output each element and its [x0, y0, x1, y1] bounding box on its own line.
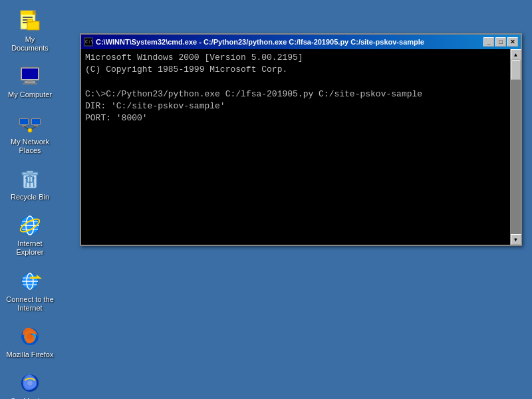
ie-svg [18, 213, 42, 237]
my-computer-svg [18, 65, 42, 88]
my-network-svg [18, 112, 42, 136]
svg-rect-20 [32, 119, 40, 124]
desktop-icons: My Documents My Computer [0, 0, 60, 399]
my-computer-label: My Computer [8, 90, 52, 99]
cmd-small-icon: C:\ [84, 37, 93, 47]
mozilla-firefox-label: Mozilla Firefox [7, 350, 54, 359]
recycle-bin-label: Recycle Bin [11, 193, 49, 201]
my-network-places-icon[interactable]: My Network Places [3, 109, 57, 158]
svg-rect-8 [27, 21, 39, 30]
scrollbar-up-button[interactable]: ▲ [511, 49, 521, 60]
svg-marker-43 [37, 275, 42, 279]
firefox-svg [18, 325, 42, 348]
internet-explorer-icon[interactable]: Internet Explorer [3, 211, 57, 259]
recycle-bin-icon[interactable]: Recycle Bin [3, 164, 57, 204]
my-computer-icon[interactable]: My Computer [3, 62, 57, 102]
svg-rect-17 [22, 125, 26, 126]
maximize-button[interactable]: □ [495, 37, 506, 47]
scrollbar-down-button[interactable]: ▼ [511, 234, 521, 245]
svg-rect-5 [23, 17, 33, 18]
cmd-window: C:\ C:\WINNT\System32\cmd.exe - C:/Pytho… [80, 33, 522, 246]
cmd-title-buttons: _ □ ✕ [483, 37, 518, 47]
my-documents-icon[interactable]: My Documents [3, 7, 57, 55]
svg-rect-16 [20, 119, 28, 124]
svg-rect-11 [22, 68, 38, 79]
cmd-body: Microsoft Windows 2000 [Version 5.00.219… [81, 49, 521, 245]
recycle-bin-svg [18, 167, 42, 191]
cmd-title-left: C:\ C:\WINNT\System32\cmd.exe - C:/Pytho… [84, 37, 424, 47]
svg-rect-21 [34, 125, 38, 126]
my-documents-svg [18, 9, 42, 33]
minimize-button[interactable]: _ [483, 37, 494, 47]
connect-to-internet-icon[interactable]: Connect to the Internet [3, 267, 57, 315]
cmd-scrollbar[interactable]: ▲ ▼ [510, 49, 521, 245]
seamonkey-svg [18, 371, 42, 395]
my-documents-label: My Documents [6, 35, 54, 53]
scrollbar-thumb[interactable] [511, 60, 521, 80]
my-network-places-label: My Network Places [6, 138, 54, 155]
connect-svg [18, 269, 42, 293]
internet-explorer-label: Internet Explorer [6, 239, 54, 257]
svg-point-51 [27, 380, 33, 386]
svg-rect-13 [23, 83, 37, 84]
cmd-title-text: C:\WINNT\System32\cmd.exe - C:/Python23/… [96, 38, 424, 46]
close-button[interactable]: ✕ [507, 37, 518, 47]
seamonkey-icon[interactable]: SeaMonkey [3, 368, 57, 399]
svg-text:C:\: C:\ [85, 39, 93, 45]
svg-rect-9 [27, 19, 33, 22]
svg-rect-4 [33, 11, 35, 15]
svg-rect-14 [27, 80, 33, 82]
svg-rect-28 [27, 171, 33, 173]
cmd-titlebar[interactable]: C:\ C:\WINNT\System32\cmd.exe - C:/Pytho… [81, 35, 521, 49]
connect-to-internet-label: Connect to the Internet [6, 295, 54, 313]
scrollbar-track[interactable] [511, 60, 521, 234]
svg-rect-3 [21, 11, 33, 15]
svg-point-25 [28, 128, 32, 132]
mozilla-firefox-icon[interactable]: Mozilla Firefox [3, 322, 57, 362]
cmd-content[interactable]: Microsoft Windows 2000 [Version 5.00.219… [81, 49, 510, 245]
svg-rect-44 [30, 277, 37, 279]
